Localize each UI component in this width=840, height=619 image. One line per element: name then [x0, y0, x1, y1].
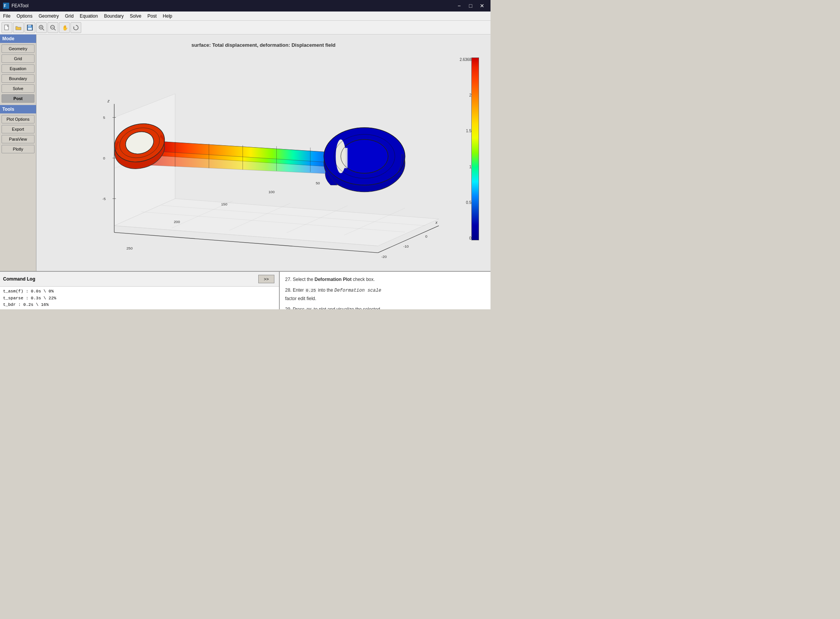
menubar: FileOptionsGeometryGridEquationBoundaryS… — [0, 11, 491, 21]
new-button[interactable] — [2, 22, 12, 33]
sidebar: Mode Geometry Grid Equation Boundary Sol… — [0, 34, 36, 271]
content-area: Mode Geometry Grid Equation Boundary Sol… — [0, 34, 491, 271]
svg-text:0: 0 — [425, 234, 428, 238]
sidebar-item-equation[interactable]: Equation — [2, 64, 34, 73]
svg-text:0: 0 — [363, 259, 365, 259]
colorbar-min: 0 — [459, 236, 471, 240]
titlebar: F FEATool − □ ✕ — [0, 0, 491, 11]
svg-text:200: 200 — [174, 220, 180, 224]
open-button[interactable] — [13, 22, 24, 33]
svg-text:0: 0 — [103, 156, 105, 160]
svg-text:-5: -5 — [102, 197, 106, 201]
bottom-panels: Command Log >> t_asm(f) : 0.0s \ 0% t_sp… — [0, 271, 491, 309]
command-log: Command Log >> t_asm(f) : 0.0s \ 0% t_sp… — [0, 272, 280, 309]
menu-item-options[interactable]: Options — [13, 11, 35, 20]
reset-view-button[interactable] — [71, 22, 81, 33]
instruction-29-before: 29. Press — [285, 307, 306, 309]
colorbar-value-2: 2 — [459, 93, 471, 97]
command-log-title: Command Log — [3, 276, 35, 282]
log-line: t_sparse : 0.3s \ 22% — [3, 295, 276, 302]
app-icon: F — [3, 3, 9, 9]
menu-item-solve[interactable]: Solve — [127, 11, 144, 20]
instruction-29: 29. Press OK to plot and visualize the s… — [285, 305, 485, 309]
instruction-27-after: check box. — [351, 277, 375, 282]
instruction-27: 27. Select the Deformation Plot check bo… — [285, 276, 485, 283]
zoom-in-button[interactable] — [36, 22, 47, 33]
toolbar: ✋ — [0, 21, 491, 34]
svg-text:F: F — [4, 4, 6, 8]
svg-line-11 — [54, 29, 56, 30]
zoom-out-button[interactable] — [48, 22, 58, 33]
app-title: FEATool — [11, 3, 28, 8]
pan-button[interactable]: ✋ — [59, 22, 70, 33]
svg-text:x: x — [435, 220, 438, 225]
svg-rect-5 — [28, 28, 32, 30]
sidebar-item-plot-options[interactable]: Plot Options — [2, 115, 34, 123]
forward-button[interactable]: >> — [258, 275, 274, 283]
colorbar-max: 2.6368 — [459, 57, 471, 62]
plot-title: surface: Total displacement, deformation… — [36, 42, 491, 48]
sidebar-item-plotly[interactable]: Plotly — [2, 145, 34, 153]
svg-point-45 — [341, 140, 388, 173]
colorbar-value-15: 1.5 — [459, 129, 471, 133]
log-line: t_asm(f) : 0.0s \ 0% — [3, 288, 276, 295]
colorbar-labels: 2.6368 2 1.5 1 0.5 0 — [459, 57, 471, 240]
colorbar — [471, 57, 479, 240]
svg-text:✋: ✋ — [62, 25, 67, 31]
svg-rect-4 — [28, 25, 31, 27]
close-button[interactable]: ✕ — [477, 1, 487, 10]
instruction-28-middle: into the — [317, 287, 334, 293]
instruction-27-bold: Deformation Plot — [315, 277, 352, 282]
svg-text:-10: -10 — [403, 244, 409, 248]
menu-item-grid[interactable]: Grid — [62, 11, 77, 20]
instruction-29-code: OK — [306, 307, 312, 309]
svg-text:-20: -20 — [381, 254, 387, 259]
instruction-29-after: to plot and visualize the selected — [312, 307, 380, 309]
instruction-27-number: 27. Select the — [285, 277, 315, 282]
menu-item-equation[interactable]: Equation — [77, 11, 101, 20]
tools-label: Tools — [0, 105, 36, 113]
svg-text:50: 50 — [316, 181, 320, 185]
log-line: t_lc/mv : 0.0s \ 0% — [3, 309, 276, 309]
instruction-28-before: 28. Enter — [285, 287, 305, 293]
menu-item-file[interactable]: File — [0, 11, 13, 20]
svg-text:150: 150 — [221, 202, 228, 206]
instruction-28-after: factor edit field. — [285, 296, 316, 301]
instructions-panel: 27. Select the Deformation Plot check bo… — [280, 272, 491, 309]
menu-item-post[interactable]: Post — [144, 11, 160, 20]
svg-text:z: z — [107, 99, 110, 103]
log-line: t_bdr : 0.2s \ 16% — [3, 302, 276, 309]
menu-item-boundary[interactable]: Boundary — [101, 11, 126, 20]
colorbar-value-05: 0.5 — [459, 200, 471, 205]
instruction-28-code: 0.25 — [305, 288, 317, 293]
colorbar-value-1: 1 — [459, 165, 471, 169]
sidebar-item-geometry[interactable]: Geometry — [2, 44, 34, 53]
plot-visualization: 5 0 -5 z 250 200 150 100 50 0 y -20 -10 … — [59, 50, 460, 259]
viewport: surface: Total displacement, deformation… — [36, 34, 491, 271]
menu-item-geometry[interactable]: Geometry — [36, 11, 62, 20]
sidebar-item-paraview[interactable]: ParaView — [2, 135, 34, 143]
sidebar-item-post[interactable]: Post — [2, 94, 34, 103]
maximize-button[interactable]: □ — [465, 1, 476, 10]
command-log-content[interactable]: t_asm(f) : 0.0s \ 0% t_sparse : 0.3s \ 2… — [0, 287, 279, 309]
colorbar-gradient — [471, 57, 479, 240]
titlebar-controls: − □ ✕ — [454, 1, 487, 10]
sidebar-item-grid[interactable]: Grid — [2, 54, 34, 63]
sidebar-item-solve[interactable]: Solve — [2, 84, 34, 93]
instruction-28: 28. Enter 0.25 into the Deformation scal… — [285, 286, 485, 302]
command-log-header: Command Log >> — [0, 272, 279, 287]
svg-text:100: 100 — [268, 190, 275, 194]
svg-text:5: 5 — [103, 115, 105, 120]
svg-line-7 — [43, 29, 44, 30]
instruction-28-italic: Deformation scale — [334, 288, 381, 293]
save-button[interactable] — [25, 22, 35, 33]
sidebar-item-export[interactable]: Export — [2, 125, 34, 133]
mode-label: Mode — [0, 34, 36, 43]
minimize-button[interactable]: − — [454, 1, 464, 10]
svg-text:250: 250 — [126, 246, 133, 250]
sidebar-item-boundary[interactable]: Boundary — [2, 74, 34, 83]
menu-item-help[interactable]: Help — [160, 11, 176, 20]
titlebar-left: F FEATool — [3, 3, 28, 9]
